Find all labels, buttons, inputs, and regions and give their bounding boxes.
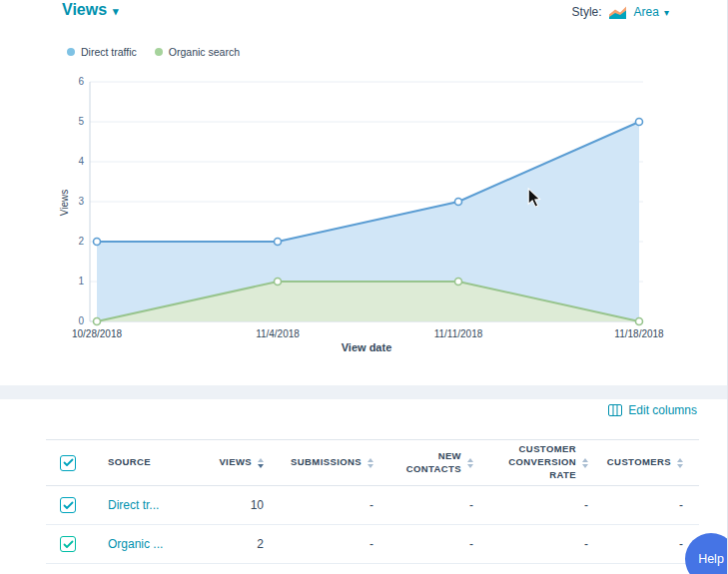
style-dropdown[interactable]: Area ▾ <box>634 5 669 19</box>
section-divider <box>0 385 727 399</box>
table-row: Direct tr...10---- <box>46 486 699 525</box>
chart-legend: Direct trafficOrganic search <box>67 46 240 58</box>
cell-customers: - <box>604 486 699 524</box>
column-header-label: VIEWS <box>219 456 252 469</box>
column-header-label: CUSTOMERS <box>607 456 671 469</box>
cell-customer_conversion_rate: - <box>489 525 604 563</box>
legend-dot-icon <box>67 48 75 56</box>
area-chart-style-icon <box>609 6 627 19</box>
sources-table: SOURCEVIEWSSUBMISSIONSNEW CONTACTSCUSTOM… <box>46 439 699 564</box>
legend-label: Organic search <box>169 46 240 58</box>
edit-columns-link[interactable]: Edit columns <box>608 403 697 417</box>
analytics-report-screen: Views ▾ Style: Area ▾ Direct trafficOrga… <box>0 0 728 574</box>
table-header-row: SOURCEVIEWSSUBMISSIONSNEW CONTACTSCUSTOM… <box>46 439 699 486</box>
chevron-down-icon: ▾ <box>664 7 669 18</box>
cell-submissions: - <box>280 486 389 524</box>
row-checkbox-cell <box>46 486 90 524</box>
page-title: Views <box>62 1 107 19</box>
check-icon <box>63 501 74 510</box>
cell-customer_conversion_rate: - <box>489 486 604 524</box>
column-header-label: NEW CONTACTS <box>389 450 461 476</box>
cell-new_contacts: - <box>389 525 489 563</box>
row-checkbox[interactable] <box>60 536 76 552</box>
legend-item[interactable]: Organic search <box>155 46 240 58</box>
style-control: Style: Area ▾ <box>572 5 669 19</box>
svg-text:1: 1 <box>78 276 84 287</box>
sort-icon <box>258 458 264 468</box>
legend-label: Direct traffic <box>81 46 137 58</box>
chevron-down-icon: ▾ <box>113 5 119 18</box>
edit-columns-label: Edit columns <box>628 403 697 417</box>
cell-source: Organic ... <box>90 525 195 563</box>
column-header-views[interactable]: VIEWS <box>195 440 280 485</box>
svg-text:5: 5 <box>78 116 84 127</box>
sort-icon <box>582 458 588 468</box>
source-link[interactable]: Direct tr... <box>108 498 159 512</box>
views-report-dropdown[interactable]: Views ▾ <box>62 1 119 19</box>
svg-text:10/28/2018: 10/28/2018 <box>72 328 122 339</box>
source-link[interactable]: Organic ... <box>108 537 163 551</box>
columns-icon <box>608 404 622 416</box>
select-all-checkbox[interactable] <box>60 455 76 471</box>
cell-submissions: - <box>280 525 389 563</box>
svg-text:3: 3 <box>78 196 84 207</box>
cell-new_contacts: - <box>389 486 489 524</box>
svg-text:4: 4 <box>78 156 84 167</box>
sort-icon <box>367 458 373 468</box>
column-header-customers[interactable]: CUSTOMERS <box>604 440 699 485</box>
column-header-new_contacts[interactable]: NEW CONTACTS <box>389 440 489 485</box>
column-header-label: SOURCE <box>108 456 151 469</box>
row-checkbox-cell <box>46 525 90 563</box>
help-button-label: Help <box>698 552 724 566</box>
svg-text:Views: Views <box>59 190 70 217</box>
select-all-checkbox-cell <box>46 440 90 485</box>
svg-text:11/11/2018: 11/11/2018 <box>434 328 483 339</box>
legend-item[interactable]: Direct traffic <box>67 46 137 58</box>
svg-text:11/18/2018: 11/18/2018 <box>614 328 664 339</box>
svg-text:2: 2 <box>78 236 84 247</box>
column-header-submissions[interactable]: SUBMISSIONS <box>280 440 389 485</box>
style-label: Style: <box>572 5 602 19</box>
svg-text:0: 0 <box>78 315 84 326</box>
column-header-customer_conversion_rate[interactable]: CUSTOMER CONVERSION RATE <box>489 440 604 485</box>
legend-dot-icon <box>155 48 163 56</box>
column-header-source[interactable]: SOURCE <box>90 440 195 485</box>
area-chart[interactable]: 012345610/28/201811/4/201811/11/201811/1… <box>0 60 728 389</box>
check-icon <box>63 458 74 467</box>
row-checkbox[interactable] <box>60 497 76 513</box>
style-value-label: Area <box>634 5 659 19</box>
column-header-label: SUBMISSIONS <box>291 456 362 469</box>
svg-text:View date: View date <box>342 341 392 353</box>
sort-icon <box>677 458 683 468</box>
cell-views: 2 <box>195 525 280 563</box>
cell-views: 10 <box>195 486 280 524</box>
cell-source: Direct tr... <box>90 486 195 524</box>
svg-text:11/4/2018: 11/4/2018 <box>256 328 300 339</box>
sort-icon <box>467 458 473 468</box>
svg-text:6: 6 <box>78 76 84 87</box>
check-icon <box>63 540 74 549</box>
column-header-label: CUSTOMER CONVERSION RATE <box>489 443 576 481</box>
table-row: Organic ...2---- <box>46 525 699 564</box>
